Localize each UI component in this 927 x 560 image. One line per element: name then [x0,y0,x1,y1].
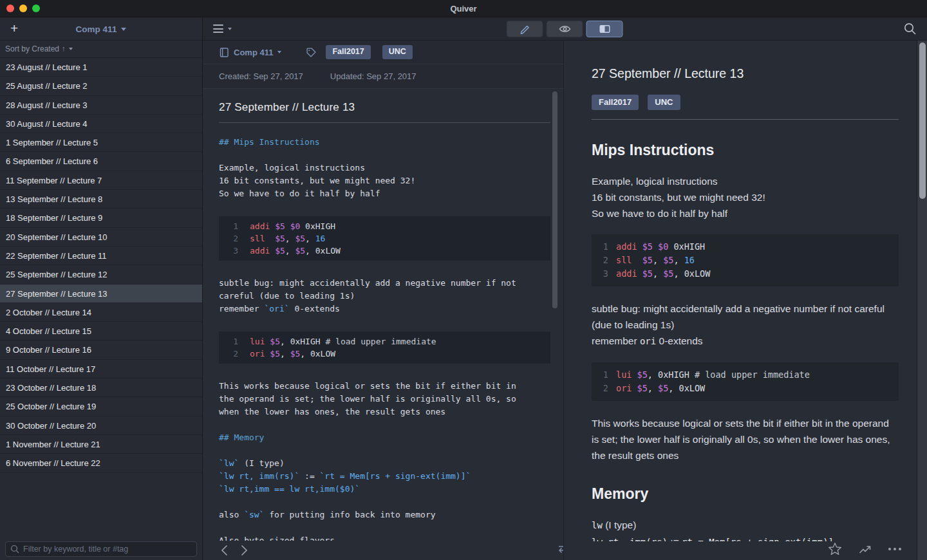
text-token: ori [640,336,656,346]
split-mode-button[interactable] [586,21,623,37]
ellipsis-icon [888,548,901,550]
note-dates-row: Created: Sep 27, 2017 Updated: Sep 27, 2… [203,64,563,89]
scrollbar-thumb[interactable] [919,42,926,199]
text-token: , [653,268,663,279]
text-token: $5 [295,234,305,243]
text-line: also `sw` for putting info back into mem… [219,509,550,521]
star-button[interactable] [828,542,842,555]
text-line: subtle bug: might accidentally add a neg… [219,277,550,290]
blank-line [219,367,550,380]
list-item[interactable]: 1 September // Lecture 5 [0,133,202,152]
text-line: Also byte-sized flavors [219,534,550,541]
edit-mode-button[interactable] [507,21,543,37]
preview-mode-button[interactable] [547,21,583,37]
list-item[interactable]: 27 September // Lecture 13 [0,285,202,303]
text-token: $5 [295,246,305,256]
sort-selector[interactable]: Sort by Created ↑ [0,41,202,58]
editor-content[interactable]: 27 September // Lecture 13 ## Mips Instr… [203,89,563,541]
list-item[interactable]: 25 October // Lecture 19 [0,397,202,416]
text-token: $5 [270,349,280,359]
text-token: addi [250,246,270,256]
text-line: This works because logical or sets the b… [219,380,550,393]
text-token [265,234,275,243]
search-icon [903,22,917,35]
list-item[interactable]: 20 September // Lecture 10 [0,228,202,247]
text-token [632,383,637,393]
list-item[interactable]: 6 November // Lecture 22 [0,454,202,472]
text-token: subtle bug: might accidentally add a neg… [592,303,885,330]
tag-icon [306,47,317,58]
text-token: `rt = Mem[rs + sign-ext(imm)]` [320,471,471,481]
list-item[interactable]: 18 September // Lecture 9 [0,209,202,227]
text-token: 16 [315,234,326,243]
text-token: lui [616,369,632,380]
text-token: rt = Mem[rs + sign-ext(imm)] [682,537,834,541]
list-item[interactable]: 25 September // Lecture 12 [0,265,202,284]
list-item[interactable]: 23 October // Lecture 18 [0,378,202,397]
filter-input[interactable] [5,541,197,557]
list-item[interactable]: 30 August // Lecture 4 [0,115,202,133]
text-line: the operand is set; the lower half is or… [219,393,550,406]
list-item[interactable]: 6 September // Lecture 6 [0,152,202,171]
text-line: `lw` (I type) [219,457,550,470]
text-token: ori [616,383,632,393]
list-item[interactable]: 4 October // Lecture 15 [0,322,202,341]
paragraph-line: lw (I type) [592,517,899,534]
list-item[interactable]: 22 September // Lecture 11 [0,247,202,265]
tag-chip[interactable]: Fall2017 [592,95,639,110]
text-token: sll [616,255,632,265]
preview-heading: Mips Instructions [592,142,899,159]
line-number: 1 [592,368,608,382]
preview-content: 27 September // Lecture 13 Fall2017UNC M… [564,41,917,541]
list-item[interactable]: 30 October // Lecture 20 [0,416,202,435]
text-token: 0xLOW [679,383,706,393]
line-number: 2 [592,254,608,267]
next-note-button[interactable] [240,544,248,557]
list-item[interactable]: 2 October // Lecture 14 [0,303,202,322]
blank-line [219,264,550,277]
tag-chip[interactable]: Fall2017 [326,45,370,59]
code-block: 1lui $5, 0xHIGH # load upper immediate2o… [219,331,550,364]
global-search-button[interactable] [903,22,917,37]
text-token [637,241,642,252]
preview-note-title: 27 September // Lecture 13 [592,66,899,81]
list-item[interactable]: 28 August // Lecture 3 [0,96,202,115]
text-token: $0 [290,221,301,231]
tag-chip[interactable]: UNC [648,95,680,110]
list-menu-button[interactable] [213,24,232,33]
markdown-heading: ## Mips Instructions [219,136,550,149]
text-token [270,221,275,231]
text-token: , [673,255,684,265]
text-token: 0xHIGH [673,241,705,252]
code-block: 1lui $5, 0xHIGH # load upper immediate2o… [592,362,899,401]
text-token: , [668,383,679,393]
tag-chip[interactable]: UNC [382,45,413,59]
prev-note-button[interactable] [220,544,229,557]
code-line: 1addi $5 $0 0xHIGH [219,220,550,232]
text-token: # load upper immediate [325,337,436,346]
eye-icon [558,24,571,34]
notebook-selector[interactable]: Comp 411 [0,17,202,41]
list-item[interactable]: 23 August // Lecture 1 [0,58,202,77]
activity-button[interactable] [859,543,872,554]
text-token: 0xHIGH [305,221,335,231]
text-token: 0xLOW [310,349,335,359]
text-token: the operand is set; the lower half is or… [219,394,516,404]
text-token: 0xHIGH [658,369,689,380]
app-window: Quiver + Comp 411 Sort by Created ↑ 23 A… [0,0,927,560]
paragraph-line: This works because logical or sets the b… [592,415,899,463]
list-item[interactable]: 13 September // Lecture 8 [0,190,202,209]
text-token: , [280,337,290,346]
list-item[interactable]: 11 September // Lecture 7 [0,171,202,190]
blank-line [219,496,550,509]
list-item[interactable]: 25 August // Lecture 2 [0,77,202,95]
sidebar-header: + Comp 411 [0,17,202,41]
list-item[interactable]: 9 October // Lecture 16 [0,341,202,359]
text-token: 0-extends [290,304,340,313]
note-notebook-selector[interactable]: Comp 411 [234,48,281,57]
list-item[interactable]: 1 November // Lecture 21 [0,435,202,454]
more-button[interactable] [888,548,901,550]
list-item[interactable]: 11 October // Lecture 17 [0,360,202,378]
editor-scrollbar-thumb[interactable] [552,91,557,308]
split-view-icon [598,24,611,34]
